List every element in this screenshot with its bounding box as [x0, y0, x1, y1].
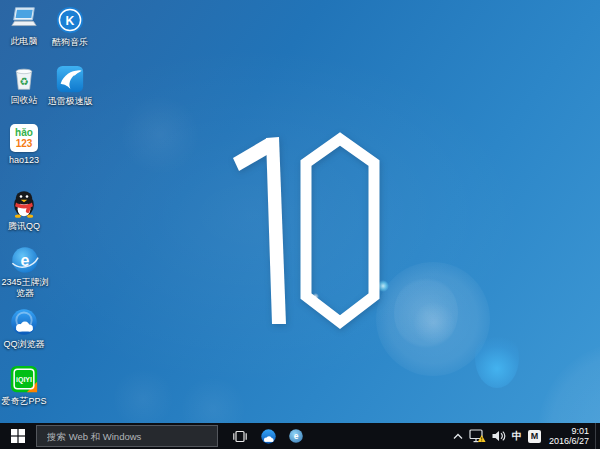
hao123-text-top: hǎo	[15, 128, 33, 138]
hao123-icon: hǎo 123	[9, 123, 39, 153]
desktop-icon-xunlei[interactable]: 迅雷极速版	[47, 64, 93, 107]
svg-text:♻: ♻	[19, 76, 28, 87]
desktop-icon-recycle-bin[interactable]: ♻ 回收站	[1, 63, 47, 106]
iqiyi-icon: iQIYI	[9, 364, 39, 394]
show-desktop-button[interactable]	[595, 423, 600, 449]
bokeh-glow-dot	[312, 293, 319, 300]
desktop-icon-2345-browser[interactable]: e 2345王牌浏览器	[0, 245, 50, 299]
speaker-icon	[492, 430, 506, 442]
bokeh-flare	[394, 276, 458, 350]
2345-browser-icon: e	[10, 245, 40, 275]
ime-letter: M	[531, 432, 539, 441]
svg-text:K: K	[66, 14, 75, 28]
desktop: 此电脑 K 酷狗音乐 ♻ 回收站	[0, 0, 600, 449]
desktop-icon-label: hao123	[9, 155, 39, 166]
bokeh-flare	[376, 262, 490, 376]
browser-e-icon: e	[288, 428, 304, 444]
taskbar-qq-browser-button[interactable]	[254, 423, 282, 449]
tray-ime-mode-button[interactable]: 中	[509, 423, 525, 449]
windows-start-icon	[11, 429, 25, 443]
kugou-icon: K	[55, 5, 85, 35]
recycle-bin-icon: ♻	[9, 63, 39, 93]
desktop-icon-label: 迅雷极速版	[48, 96, 93, 107]
desktop-icon-label: 此电脑	[11, 36, 38, 47]
desktop-icon-this-pc[interactable]: 此电脑	[1, 4, 47, 47]
hao123-text-bottom: 123	[16, 138, 33, 149]
bokeh-glow-dot	[377, 280, 389, 292]
xunlei-icon	[55, 64, 85, 94]
bokeh-flare	[475, 328, 519, 388]
search-input[interactable]	[45, 430, 217, 443]
chevron-up-icon	[453, 433, 463, 440]
desktop-icon-label: 酷狗音乐	[52, 37, 88, 48]
clock-date: 2016/6/27	[549, 436, 589, 446]
taskbar: e	[0, 423, 600, 449]
desktop-icon-label: 回收站	[11, 95, 38, 106]
bokeh-flare	[112, 368, 174, 430]
desktop-icon-iqiyi-pps[interactable]: iQIYI 爱奇艺PPS	[1, 364, 47, 407]
svg-text:e: e	[294, 431, 299, 441]
qq-penguin-icon	[9, 189, 39, 219]
desktop-icon-hao123[interactable]: hǎo 123 hao123	[1, 123, 47, 166]
tray-ime-button[interactable]: M	[525, 423, 544, 449]
task-view-icon	[232, 430, 248, 443]
taskbar-2345-browser-button[interactable]: e	[282, 423, 310, 449]
desktop-icon-label: 2345王牌浏览器	[0, 277, 50, 299]
clock-time: 9:01	[549, 426, 589, 436]
system-tray: 中 M 9:01 2016/6/27	[450, 423, 600, 449]
desktop-icon-label: 腾讯QQ	[8, 221, 40, 232]
bokeh-flare	[120, 95, 200, 175]
tray-volume-button[interactable]	[489, 423, 509, 449]
qq-browser-icon	[9, 307, 39, 337]
desktop-icon-qq-browser[interactable]: QQ浏览器	[1, 307, 47, 350]
taskbar-search-box[interactable]	[36, 425, 218, 447]
ime-mode-indicator: 中	[512, 429, 522, 443]
network-warning-icon	[469, 429, 486, 443]
tray-clock[interactable]: 9:01 2016/6/27	[549, 426, 589, 446]
svg-text:iQIYI: iQIYI	[16, 376, 32, 384]
desktop-icon-label: 爱奇艺PPS	[1, 396, 46, 407]
desktop-icon-label: QQ浏览器	[3, 339, 44, 350]
tray-chevron-button[interactable]	[450, 423, 466, 449]
qq-browser-icon	[260, 428, 277, 445]
this-pc-icon	[9, 4, 39, 34]
start-button[interactable]	[0, 423, 36, 449]
task-view-button[interactable]	[226, 423, 254, 449]
ime-icon: M	[528, 430, 541, 443]
tray-network-button[interactable]	[466, 423, 489, 449]
desktop-icon-kugou-music[interactable]: K 酷狗音乐	[47, 5, 93, 48]
bokeh-flare	[414, 300, 454, 346]
desktop-icon-tencent-qq[interactable]: 腾讯QQ	[1, 189, 47, 232]
